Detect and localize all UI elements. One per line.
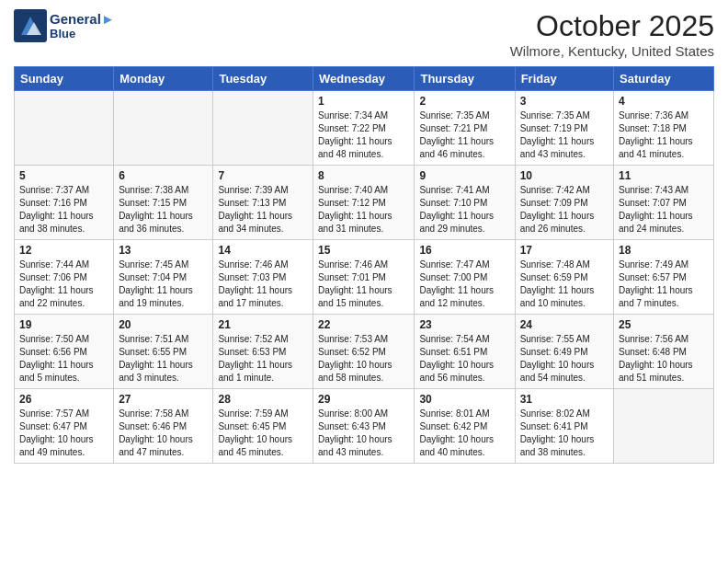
weekday-header-monday: Monday [114, 67, 213, 91]
day-cell: 9Sunrise: 7:41 AM Sunset: 7:10 PM Daylig… [415, 166, 515, 240]
day-number: 1 [318, 95, 409, 108]
day-cell: 10Sunrise: 7:42 AM Sunset: 7:09 PM Dayli… [515, 166, 613, 240]
day-cell: 26Sunrise: 7:57 AM Sunset: 6:47 PM Dayli… [15, 389, 114, 464]
day-info: Sunrise: 7:44 AM Sunset: 7:06 PM Dayligh… [19, 259, 108, 310]
day-cell [15, 91, 114, 166]
day-number: 10 [520, 169, 609, 182]
day-info: Sunrise: 7:51 AM Sunset: 6:55 PM Dayligh… [119, 333, 208, 385]
week-row-1: 5Sunrise: 7:37 AM Sunset: 7:16 PM Daylig… [15, 166, 714, 240]
month-title: October 2025 [510, 9, 714, 43]
day-number: 31 [520, 393, 609, 406]
header: General► Blue October 2025 Wilmore, Kent… [14, 9, 714, 59]
day-number: 15 [318, 244, 409, 257]
day-number: 30 [419, 393, 509, 406]
day-number: 11 [619, 169, 709, 182]
day-cell: 27Sunrise: 7:58 AM Sunset: 6:46 PM Dayli… [114, 389, 213, 464]
day-cell: 22Sunrise: 7:53 AM Sunset: 6:52 PM Dayli… [313, 315, 415, 389]
day-cell: 17Sunrise: 7:48 AM Sunset: 6:59 PM Dayli… [515, 240, 613, 315]
week-row-2: 12Sunrise: 7:44 AM Sunset: 7:06 PM Dayli… [15, 240, 714, 315]
day-info: Sunrise: 7:42 AM Sunset: 7:09 PM Dayligh… [520, 184, 609, 236]
location-title: Wilmore, Kentucky, United States [510, 43, 714, 59]
day-cell: 6Sunrise: 7:38 AM Sunset: 7:15 PM Daylig… [114, 166, 213, 240]
day-info: Sunrise: 7:37 AM Sunset: 7:16 PM Dayligh… [19, 184, 108, 236]
day-number: 27 [119, 393, 208, 406]
day-number: 29 [318, 393, 409, 406]
day-cell: 20Sunrise: 7:51 AM Sunset: 6:55 PM Dayli… [114, 315, 213, 389]
day-number: 16 [419, 244, 509, 257]
weekday-header-friday: Friday [515, 67, 613, 91]
day-cell: 8Sunrise: 7:40 AM Sunset: 7:12 PM Daylig… [313, 166, 415, 240]
day-cell: 30Sunrise: 8:01 AM Sunset: 6:42 PM Dayli… [415, 389, 515, 464]
day-cell: 2Sunrise: 7:35 AM Sunset: 7:21 PM Daylig… [415, 91, 515, 166]
day-cell: 15Sunrise: 7:46 AM Sunset: 7:01 PM Dayli… [313, 240, 415, 315]
day-info: Sunrise: 8:02 AM Sunset: 6:41 PM Dayligh… [520, 408, 609, 459]
day-cell: 19Sunrise: 7:50 AM Sunset: 6:56 PM Dayli… [15, 315, 114, 389]
calendar-table: SundayMondayTuesdayWednesdayThursdayFrid… [14, 66, 714, 464]
day-number: 14 [218, 244, 308, 257]
day-number: 17 [520, 244, 609, 257]
weekday-header-saturday: Saturday [614, 67, 714, 91]
day-number: 8 [318, 169, 409, 182]
day-cell: 25Sunrise: 7:56 AM Sunset: 6:48 PM Dayli… [614, 315, 714, 389]
week-row-0: 1Sunrise: 7:34 AM Sunset: 7:22 PM Daylig… [15, 91, 714, 166]
day-number: 7 [218, 169, 308, 182]
day-info: Sunrise: 7:36 AM Sunset: 7:18 PM Dayligh… [619, 109, 709, 161]
day-number: 3 [520, 95, 609, 108]
day-info: Sunrise: 7:48 AM Sunset: 6:59 PM Dayligh… [520, 259, 609, 310]
title-block: October 2025 Wilmore, Kentucky, United S… [510, 9, 714, 59]
weekday-header-thursday: Thursday [415, 67, 515, 91]
day-number: 19 [19, 318, 108, 331]
day-info: Sunrise: 7:34 AM Sunset: 7:22 PM Dayligh… [318, 109, 409, 161]
day-info: Sunrise: 7:57 AM Sunset: 6:47 PM Dayligh… [19, 408, 108, 459]
logo-icon [14, 9, 47, 42]
day-info: Sunrise: 7:59 AM Sunset: 6:45 PM Dayligh… [218, 408, 308, 459]
day-info: Sunrise: 7:50 AM Sunset: 6:56 PM Dayligh… [19, 333, 108, 385]
day-number: 18 [619, 244, 709, 257]
day-info: Sunrise: 7:46 AM Sunset: 7:01 PM Dayligh… [318, 259, 409, 310]
day-number: 21 [218, 318, 308, 331]
day-info: Sunrise: 7:58 AM Sunset: 6:46 PM Dayligh… [119, 408, 208, 459]
day-info: Sunrise: 7:40 AM Sunset: 7:12 PM Dayligh… [318, 184, 409, 236]
day-cell [213, 91, 313, 166]
day-info: Sunrise: 7:52 AM Sunset: 6:53 PM Dayligh… [218, 333, 308, 385]
day-cell: 11Sunrise: 7:43 AM Sunset: 7:07 PM Dayli… [614, 166, 714, 240]
day-info: Sunrise: 7:41 AM Sunset: 7:10 PM Dayligh… [419, 184, 509, 236]
day-cell [114, 91, 213, 166]
day-number: 24 [520, 318, 609, 331]
day-number: 5 [19, 169, 108, 182]
logo-text: General► Blue [50, 11, 115, 40]
day-number: 28 [218, 393, 308, 406]
day-number: 2 [419, 95, 509, 108]
day-number: 22 [318, 318, 409, 331]
weekday-header-tuesday: Tuesday [213, 67, 313, 91]
day-cell: 28Sunrise: 7:59 AM Sunset: 6:45 PM Dayli… [213, 389, 313, 464]
day-cell: 3Sunrise: 7:35 AM Sunset: 7:19 PM Daylig… [515, 91, 613, 166]
day-info: Sunrise: 7:39 AM Sunset: 7:13 PM Dayligh… [218, 184, 308, 236]
day-cell: 5Sunrise: 7:37 AM Sunset: 7:16 PM Daylig… [15, 166, 114, 240]
day-info: Sunrise: 7:55 AM Sunset: 6:49 PM Dayligh… [520, 333, 609, 385]
day-cell: 18Sunrise: 7:49 AM Sunset: 6:57 PM Dayli… [614, 240, 714, 315]
day-number: 26 [19, 393, 108, 406]
day-cell: 14Sunrise: 7:46 AM Sunset: 7:03 PM Dayli… [213, 240, 313, 315]
day-info: Sunrise: 7:43 AM Sunset: 7:07 PM Dayligh… [619, 184, 709, 236]
day-info: Sunrise: 7:49 AM Sunset: 6:57 PM Dayligh… [619, 259, 709, 310]
day-info: Sunrise: 7:35 AM Sunset: 7:19 PM Dayligh… [520, 109, 609, 161]
day-number: 20 [119, 318, 208, 331]
day-cell: 7Sunrise: 7:39 AM Sunset: 7:13 PM Daylig… [213, 166, 313, 240]
day-number: 6 [119, 169, 208, 182]
day-number: 23 [419, 318, 509, 331]
logo: General► Blue [14, 9, 115, 42]
day-cell: 1Sunrise: 7:34 AM Sunset: 7:22 PM Daylig… [313, 91, 415, 166]
day-info: Sunrise: 7:53 AM Sunset: 6:52 PM Dayligh… [318, 333, 409, 385]
day-cell: 29Sunrise: 8:00 AM Sunset: 6:43 PM Dayli… [313, 389, 415, 464]
day-number: 25 [619, 318, 709, 331]
day-info: Sunrise: 8:01 AM Sunset: 6:42 PM Dayligh… [419, 408, 509, 459]
day-cell: 31Sunrise: 8:02 AM Sunset: 6:41 PM Dayli… [515, 389, 613, 464]
day-cell: 13Sunrise: 7:45 AM Sunset: 7:04 PM Dayli… [114, 240, 213, 315]
day-cell: 21Sunrise: 7:52 AM Sunset: 6:53 PM Dayli… [213, 315, 313, 389]
day-info: Sunrise: 7:54 AM Sunset: 6:51 PM Dayligh… [419, 333, 509, 385]
day-info: Sunrise: 7:56 AM Sunset: 6:48 PM Dayligh… [619, 333, 709, 385]
weekday-header-wednesday: Wednesday [313, 67, 415, 91]
day-cell: 4Sunrise: 7:36 AM Sunset: 7:18 PM Daylig… [614, 91, 714, 166]
day-info: Sunrise: 7:45 AM Sunset: 7:04 PM Dayligh… [119, 259, 208, 310]
